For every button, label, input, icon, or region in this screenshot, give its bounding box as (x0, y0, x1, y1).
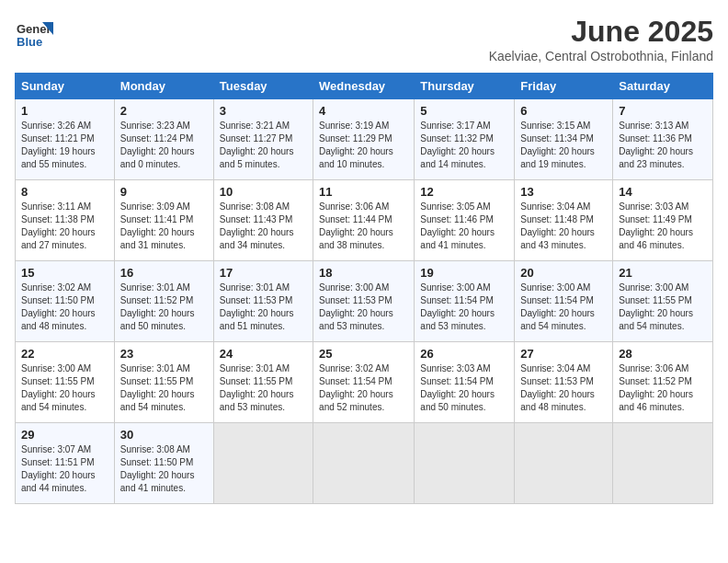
day-info: Sunrise: 3:00 AM Sunset: 11:54 PM Daylig… (420, 282, 508, 333)
day-number: 26 (420, 347, 508, 361)
day-info: Sunrise: 3:05 AM Sunset: 11:46 PM Daylig… (420, 201, 508, 252)
day-number: 25 (319, 347, 408, 361)
calendar-cell (313, 423, 415, 504)
header-day-sunday: Sunday (16, 74, 115, 99)
calendar-cell (515, 423, 613, 504)
day-info: Sunrise: 3:03 AM Sunset: 11:54 PM Daylig… (420, 362, 508, 414)
week-row-1: 1Sunrise: 3:26 AM Sunset: 11:21 PM Dayli… (16, 99, 713, 180)
day-number: 11 (319, 185, 408, 199)
day-info: Sunrise: 3:02 AM Sunset: 11:50 PM Daylig… (21, 282, 108, 333)
day-info: Sunrise: 3:15 AM Sunset: 11:34 PM Daylig… (520, 120, 607, 171)
day-info: Sunrise: 3:00 AM Sunset: 11:53 PM Daylig… (319, 282, 408, 333)
calendar-cell: 28Sunrise: 3:06 AM Sunset: 11:52 PM Dayl… (613, 342, 713, 423)
calendar-cell: 10Sunrise: 3:08 AM Sunset: 11:43 PM Dayl… (213, 180, 313, 261)
day-number: 12 (420, 185, 508, 199)
calendar-cell: 22Sunrise: 3:00 AM Sunset: 11:55 PM Dayl… (16, 342, 115, 423)
day-number: 18 (319, 266, 408, 280)
day-info: Sunrise: 3:26 AM Sunset: 11:21 PM Daylig… (21, 120, 108, 171)
calendar-cell: 14Sunrise: 3:03 AM Sunset: 11:49 PM Dayl… (613, 180, 713, 261)
calendar-cell: 21Sunrise: 3:00 AM Sunset: 11:55 PM Dayl… (613, 261, 713, 342)
day-info: Sunrise: 3:01 AM Sunset: 11:55 PM Daylig… (220, 362, 307, 414)
logo: General Blue (15, 15, 53, 53)
day-info: Sunrise: 3:07 AM Sunset: 11:51 PM Daylig… (21, 443, 108, 495)
day-number: 30 (120, 428, 208, 442)
day-info: Sunrise: 3:08 AM Sunset: 11:50 PM Daylig… (120, 443, 208, 495)
header-day-wednesday: Wednesday (313, 74, 415, 99)
calendar-cell: 25Sunrise: 3:02 AM Sunset: 11:54 PM Dayl… (313, 342, 415, 423)
month-title: June 2025 (489, 15, 713, 49)
calendar-cell: 1Sunrise: 3:26 AM Sunset: 11:21 PM Dayli… (16, 99, 115, 180)
week-row-2: 8Sunrise: 3:11 AM Sunset: 11:38 PM Dayli… (16, 180, 713, 261)
calendar-cell: 18Sunrise: 3:00 AM Sunset: 11:53 PM Dayl… (313, 261, 415, 342)
day-info: Sunrise: 3:00 AM Sunset: 11:55 PM Daylig… (21, 362, 108, 414)
day-number: 14 (619, 185, 707, 199)
calendar-header: SundayMondayTuesdayWednesdayThursdayFrid… (16, 74, 713, 99)
calendar-cell: 6Sunrise: 3:15 AM Sunset: 11:34 PM Dayli… (515, 99, 613, 180)
day-number: 1 (21, 104, 108, 118)
calendar-cell: 27Sunrise: 3:04 AM Sunset: 11:53 PM Dayl… (515, 342, 613, 423)
day-info: Sunrise: 3:13 AM Sunset: 11:36 PM Daylig… (619, 120, 707, 171)
day-number: 17 (220, 266, 307, 280)
day-info: Sunrise: 3:03 AM Sunset: 11:49 PM Daylig… (619, 201, 707, 252)
week-row-4: 22Sunrise: 3:00 AM Sunset: 11:55 PM Dayl… (16, 342, 713, 423)
calendar-cell: 3Sunrise: 3:21 AM Sunset: 11:27 PM Dayli… (213, 99, 313, 180)
calendar-table: SundayMondayTuesdayWednesdayThursdayFrid… (15, 73, 713, 504)
week-row-5: 29Sunrise: 3:07 AM Sunset: 11:51 PM Dayl… (16, 423, 713, 504)
day-info: Sunrise: 3:01 AM Sunset: 11:55 PM Daylig… (120, 362, 208, 414)
day-number: 10 (220, 185, 307, 199)
calendar-cell: 11Sunrise: 3:06 AM Sunset: 11:44 PM Dayl… (313, 180, 415, 261)
day-info: Sunrise: 3:06 AM Sunset: 11:44 PM Daylig… (319, 201, 408, 252)
day-number: 29 (21, 428, 108, 442)
day-info: Sunrise: 3:08 AM Sunset: 11:43 PM Daylig… (220, 201, 307, 252)
header-row: SundayMondayTuesdayWednesdayThursdayFrid… (16, 74, 713, 99)
day-number: 4 (319, 104, 408, 118)
calendar-body: 1Sunrise: 3:26 AM Sunset: 11:21 PM Dayli… (16, 99, 713, 504)
header-day-thursday: Thursday (415, 74, 515, 99)
day-info: Sunrise: 3:00 AM Sunset: 11:54 PM Daylig… (520, 282, 607, 333)
day-info: Sunrise: 3:06 AM Sunset: 11:52 PM Daylig… (619, 362, 707, 414)
calendar-cell: 24Sunrise: 3:01 AM Sunset: 11:55 PM Dayl… (213, 342, 313, 423)
logo-icon: General Blue (15, 15, 53, 53)
day-number: 15 (21, 266, 108, 280)
calendar-cell: 23Sunrise: 3:01 AM Sunset: 11:55 PM Dayl… (114, 342, 213, 423)
calendar-cell: 20Sunrise: 3:00 AM Sunset: 11:54 PM Dayl… (515, 261, 613, 342)
day-number: 23 (120, 347, 208, 361)
calendar-cell: 26Sunrise: 3:03 AM Sunset: 11:54 PM Dayl… (415, 342, 515, 423)
day-number: 19 (420, 266, 508, 280)
day-info: Sunrise: 3:23 AM Sunset: 11:24 PM Daylig… (120, 120, 208, 171)
header-day-tuesday: Tuesday (213, 74, 313, 99)
day-number: 5 (420, 104, 508, 118)
calendar-cell: 29Sunrise: 3:07 AM Sunset: 11:51 PM Dayl… (16, 423, 115, 504)
day-number: 24 (220, 347, 307, 361)
day-number: 16 (120, 266, 208, 280)
calendar-cell: 8Sunrise: 3:11 AM Sunset: 11:38 PM Dayli… (16, 180, 115, 261)
day-info: Sunrise: 3:21 AM Sunset: 11:27 PM Daylig… (220, 120, 307, 171)
day-info: Sunrise: 3:17 AM Sunset: 11:32 PM Daylig… (420, 120, 508, 171)
header-day-friday: Friday (515, 74, 613, 99)
day-info: Sunrise: 3:19 AM Sunset: 11:29 PM Daylig… (319, 120, 408, 171)
calendar-cell: 19Sunrise: 3:00 AM Sunset: 11:54 PM Dayl… (415, 261, 515, 342)
day-number: 7 (619, 104, 707, 118)
calendar-cell: 2Sunrise: 3:23 AM Sunset: 11:24 PM Dayli… (114, 99, 213, 180)
day-info: Sunrise: 3:04 AM Sunset: 11:53 PM Daylig… (520, 362, 607, 414)
calendar-cell: 4Sunrise: 3:19 AM Sunset: 11:29 PM Dayli… (313, 99, 415, 180)
day-info: Sunrise: 3:01 AM Sunset: 11:53 PM Daylig… (220, 282, 307, 333)
day-number: 27 (520, 347, 607, 361)
header-day-saturday: Saturday (613, 74, 713, 99)
day-number: 6 (520, 104, 607, 118)
day-number: 22 (21, 347, 108, 361)
week-row-3: 15Sunrise: 3:02 AM Sunset: 11:50 PM Dayl… (16, 261, 713, 342)
day-number: 21 (619, 266, 707, 280)
day-info: Sunrise: 3:11 AM Sunset: 11:38 PM Daylig… (21, 201, 108, 252)
calendar-cell: 7Sunrise: 3:13 AM Sunset: 11:36 PM Dayli… (613, 99, 713, 180)
page-header: General Blue June 2025 Kaelviae, Central… (15, 15, 713, 63)
calendar-cell: 17Sunrise: 3:01 AM Sunset: 11:53 PM Dayl… (213, 261, 313, 342)
day-number: 8 (21, 185, 108, 199)
day-number: 28 (619, 347, 707, 361)
day-number: 13 (520, 185, 607, 199)
header-day-monday: Monday (114, 74, 213, 99)
calendar-cell: 12Sunrise: 3:05 AM Sunset: 11:46 PM Dayl… (415, 180, 515, 261)
calendar-cell: 30Sunrise: 3:08 AM Sunset: 11:50 PM Dayl… (114, 423, 213, 504)
calendar-cell (613, 423, 713, 504)
day-info: Sunrise: 3:04 AM Sunset: 11:48 PM Daylig… (520, 201, 607, 252)
